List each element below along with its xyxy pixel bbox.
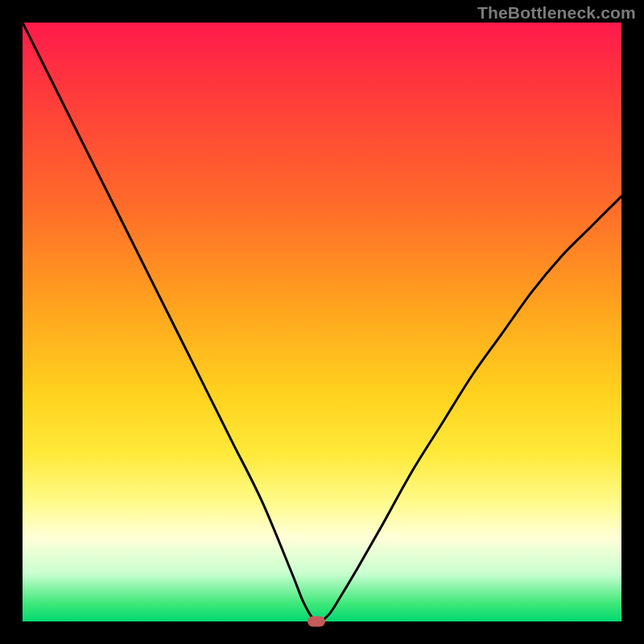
plot-area (23, 23, 621, 621)
watermark-text: TheBottleneck.com (477, 3, 636, 23)
chart-frame: TheBottleneck.com (0, 0, 644, 644)
optimal-marker (308, 617, 325, 627)
bottleneck-curve (23, 23, 621, 621)
